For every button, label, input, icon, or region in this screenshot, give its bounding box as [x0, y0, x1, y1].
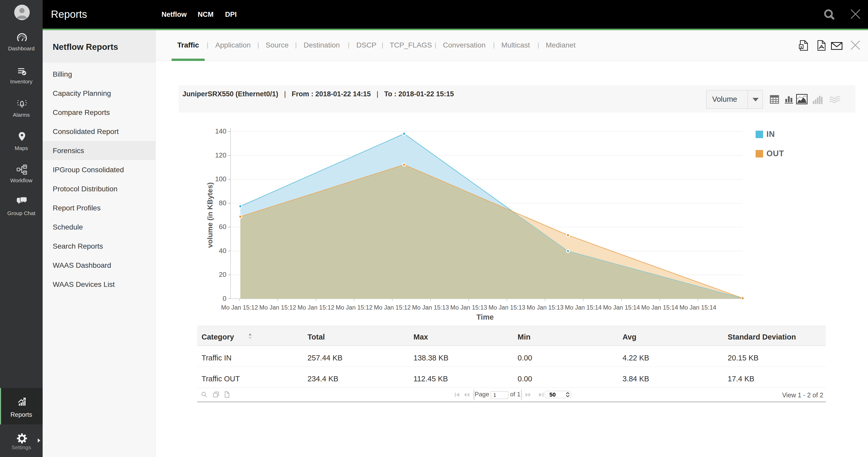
svg-text:Mo Jan 15:13: Mo Jan 15:13: [488, 304, 525, 311]
svg-text:Mo Jan 15:14: Mo Jan 15:14: [641, 304, 678, 311]
svg-text:Mo Jan 15:14: Mo Jan 15:14: [679, 304, 716, 311]
svg-text:Mo Jan 15:13: Mo Jan 15:13: [527, 304, 563, 311]
svg-text:100: 100: [215, 175, 226, 183]
svg-text:Mo Jan 15:14: Mo Jan 15:14: [603, 304, 640, 311]
svg-text:Mo Jan 15:13: Mo Jan 15:13: [451, 304, 487, 311]
svg-text:Mo Jan 15:12: Mo Jan 15:12: [259, 304, 296, 311]
svg-text:Mo Jan 15:12: Mo Jan 15:12: [336, 304, 372, 311]
svg-text:Mo Jan 15:13: Mo Jan 15:13: [412, 304, 449, 311]
svg-text:Mo Jan 15:12: Mo Jan 15:12: [221, 304, 258, 311]
svg-text:volume (in KBytes): volume (in KBytes): [206, 182, 214, 248]
svg-text:Time: Time: [476, 313, 494, 321]
svg-text:40: 40: [219, 247, 226, 255]
svg-text:20: 20: [219, 270, 226, 278]
svg-text:120: 120: [215, 151, 226, 159]
svg-text:x: x: [800, 45, 802, 49]
svg-text:140: 140: [215, 127, 226, 135]
svg-text:Mo Jan 15:12: Mo Jan 15:12: [374, 304, 411, 311]
svg-text:60: 60: [219, 223, 226, 231]
svg-text:Mo Jan 15:14: Mo Jan 15:14: [565, 304, 601, 311]
svg-text:80: 80: [219, 199, 226, 207]
svg-text:Mo Jan 15:12: Mo Jan 15:12: [298, 304, 334, 311]
svg-text:OUT: OUT: [767, 149, 784, 158]
svg-text:0: 0: [223, 295, 226, 302]
svg-text:IN: IN: [767, 130, 775, 139]
